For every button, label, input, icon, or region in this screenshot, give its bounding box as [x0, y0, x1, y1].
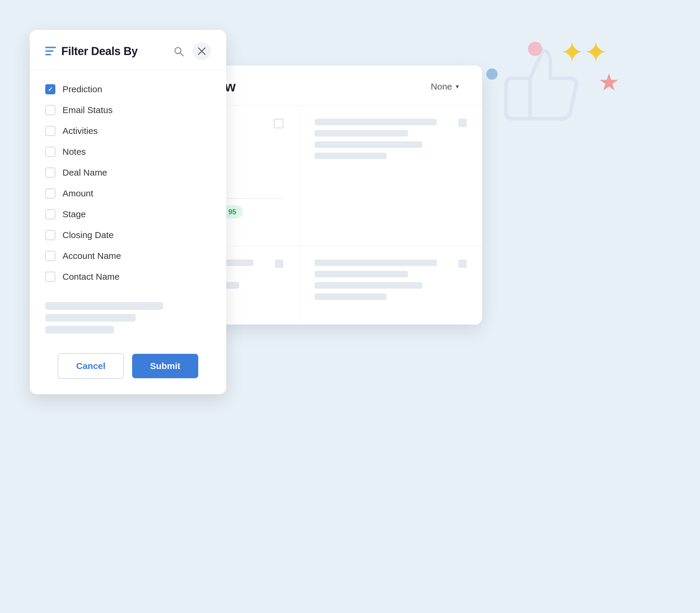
filter-item-notes[interactable]: Notes	[45, 141, 211, 162]
skeleton-line	[314, 271, 408, 277]
filter-label-amount: Amount	[63, 188, 93, 198]
filter-item-amount[interactable]: Amount	[45, 183, 211, 204]
dropdown-selected-value: None	[431, 81, 452, 92]
skeleton-line	[314, 260, 437, 266]
filter-item-contact-name[interactable]: Contact Name	[45, 266, 211, 287]
skeleton-lines-3	[314, 260, 458, 305]
checkbox-contact-name[interactable]	[45, 272, 55, 282]
checkbox-email-status[interactable]	[45, 105, 55, 115]
filter-header-actions	[171, 42, 211, 60]
skeleton-line	[314, 282, 422, 289]
svg-line-4	[180, 53, 183, 56]
thumbs-up-icon	[492, 36, 587, 128]
skeleton-lines-1	[314, 119, 458, 164]
filter-list: Prediction Email Status Activities Notes…	[30, 70, 226, 298]
svg-rect-2	[45, 54, 51, 55]
skeleton-card-1-header	[314, 119, 467, 164]
filter-item-account-name[interactable]: Account Name	[45, 246, 211, 266]
filter-label-deal-name: Deal Name	[63, 168, 107, 178]
filter-label-activities: Activities	[63, 126, 98, 136]
checkbox-amount[interactable]	[45, 188, 55, 198]
filter-item-activities[interactable]: Activities	[45, 120, 211, 141]
decoration-dot-pink	[528, 42, 542, 56]
checkbox-stage[interactable]	[45, 209, 55, 219]
skeleton-row-2	[45, 314, 136, 322]
filter-item-email-status[interactable]: Email Status	[45, 100, 211, 120]
svg-rect-1	[45, 50, 54, 52]
filter-label-notes: Notes	[63, 147, 86, 157]
search-button[interactable]	[171, 43, 186, 59]
filter-label-account-name: Account Name	[63, 251, 121, 261]
filter-label-closing-date: Closing Date	[63, 230, 114, 240]
checkbox-activities[interactable]	[45, 126, 55, 136]
filter-item-prediction[interactable]: Prediction	[45, 79, 211, 100]
checkbox-prediction[interactable]	[45, 84, 55, 94]
filter-label-contact-name: Contact Name	[63, 272, 120, 282]
checkbox-account-name[interactable]	[45, 251, 55, 261]
checkbox-deal-name[interactable]	[45, 168, 55, 178]
filter-item-stage[interactable]: Stage	[45, 204, 211, 225]
filter-label-prediction: Prediction	[63, 84, 102, 94]
cancel-button[interactable]: Cancel	[58, 353, 124, 379]
skeleton-checkbox	[275, 260, 283, 268]
filter-label-email-status: Email Status	[63, 105, 113, 115]
skeleton-card-1	[299, 106, 482, 246]
skeleton-row-1	[45, 302, 163, 310]
skeleton-checkbox	[458, 119, 467, 127]
skeleton-line	[314, 119, 437, 125]
skeleton-checkbox	[458, 260, 467, 268]
filter-footer: Cancel Submit	[30, 342, 226, 394]
filter-icon	[45, 47, 56, 56]
submit-button[interactable]: Submit	[132, 354, 198, 378]
skeleton-line	[314, 141, 422, 148]
prediction-view-dropdown[interactable]: None ▾	[425, 79, 464, 95]
filter-header: Filter Deals By	[30, 30, 226, 70]
checkbox-notes[interactable]	[45, 147, 55, 157]
skeleton-card-3	[299, 246, 482, 325]
chevron-down-icon: ▾	[456, 83, 459, 90]
skeleton-card-3-header	[314, 260, 467, 305]
filter-label-stage: Stage	[63, 209, 86, 219]
filter-item-closing-date[interactable]: Closing Date	[45, 225, 211, 246]
star-icon: ★	[598, 68, 620, 96]
filter-panel: Filter Deals By Prediction Em	[30, 30, 226, 394]
skeleton-line	[314, 153, 387, 159]
filter-title-row: Filter Deals By	[45, 45, 138, 58]
close-button[interactable]	[193, 42, 211, 60]
filter-panel-title: Filter Deals By	[61, 45, 138, 58]
deal-card-checkbox[interactable]	[274, 119, 283, 128]
decoration-dot-blue	[486, 68, 497, 80]
skeleton-line	[314, 130, 408, 136]
sparkle-star-icon: ✦✦	[560, 36, 608, 69]
svg-rect-0	[45, 47, 56, 48]
checkbox-closing-date[interactable]	[45, 230, 55, 240]
skeleton-row-3	[45, 326, 114, 334]
filter-item-deal-name[interactable]: Deal Name	[45, 162, 211, 183]
skeleton-line	[314, 294, 387, 300]
